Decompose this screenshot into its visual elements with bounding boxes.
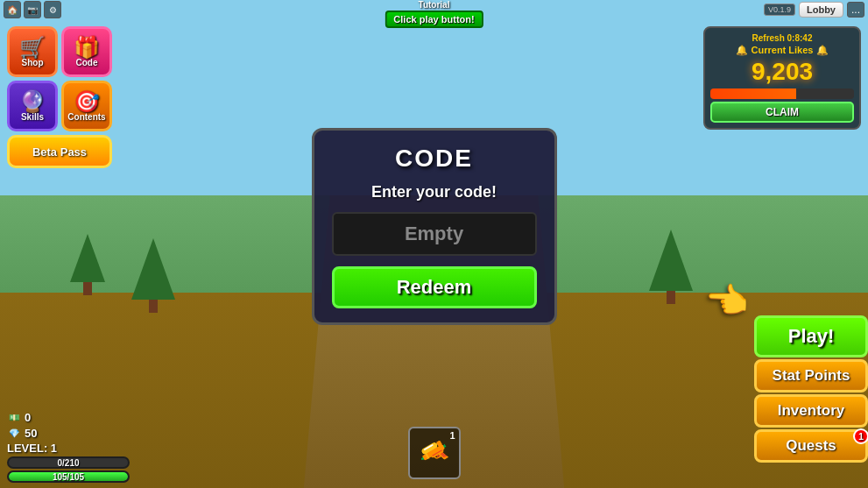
modal-subtitle: Enter your code! [371, 183, 497, 202]
code-input[interactable] [332, 212, 537, 256]
code-modal: CODE Enter your code! Redeem [312, 128, 557, 325]
redeem-button[interactable]: Redeem [332, 266, 537, 308]
modal-overlay: CODE Enter your code! Redeem [0, 0, 868, 488]
modal-title: CODE [395, 145, 473, 173]
